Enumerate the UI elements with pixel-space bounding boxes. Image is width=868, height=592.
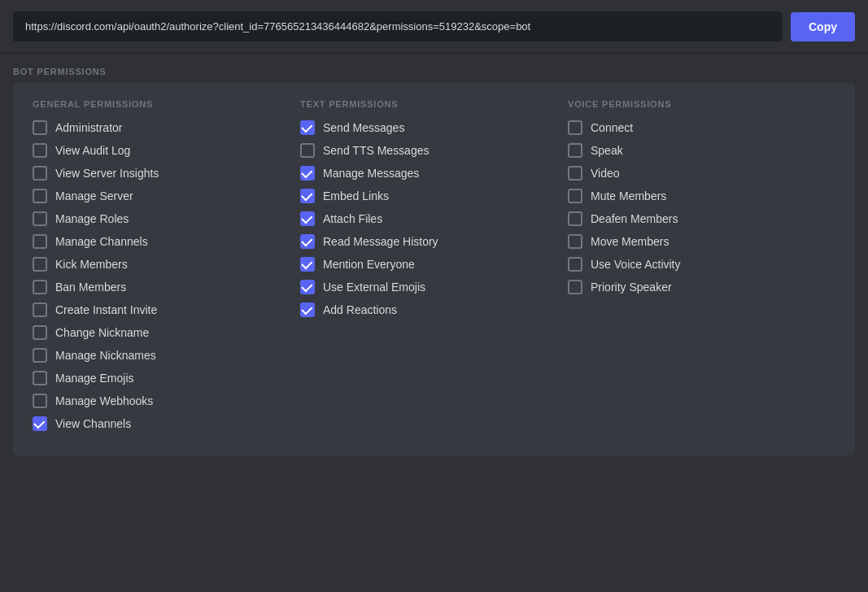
perm-item[interactable]: Manage Server (33, 189, 300, 203)
perm-item[interactable]: Change Nickname (33, 325, 300, 340)
perm-label: Manage Emojis (55, 372, 134, 385)
perm-item[interactable]: View Server Insights (33, 166, 300, 181)
perm-label: Use Voice Activity (591, 258, 681, 271)
copy-button[interactable]: Copy (791, 12, 855, 41)
perm-column-1: TEXT PERMISSIONSSend MessagesSend TTS Me… (300, 99, 568, 439)
perm-item[interactable]: Embed Links (300, 189, 568, 203)
perm-checkbox[interactable] (568, 234, 582, 249)
perm-checkbox[interactable] (33, 303, 47, 317)
perm-item[interactable]: Deafen Members (568, 211, 835, 226)
perm-label: Manage Channels (55, 235, 148, 248)
perm-checkbox[interactable] (568, 211, 582, 226)
perm-checkbox[interactable] (300, 120, 315, 135)
perm-item[interactable]: Use External Emojis (300, 280, 568, 294)
perm-item[interactable]: Manage Nicknames (33, 348, 300, 363)
perm-item[interactable]: Manage Webhooks (33, 394, 300, 408)
perm-label: Embed Links (323, 189, 389, 202)
oauth-url-field[interactable]: https://discord.com/api/oauth2/authorize… (13, 11, 783, 41)
perm-checkbox[interactable] (568, 166, 582, 181)
perm-item[interactable]: Send TTS Messages (300, 143, 568, 158)
perm-label: Manage Webhooks (55, 394, 153, 407)
perm-column-header-2: VOICE PERMISSIONS (568, 99, 835, 109)
perm-label: Mute Members (591, 189, 666, 202)
perm-item[interactable]: Administrator (33, 120, 300, 135)
perm-label: Attach Files (323, 212, 382, 225)
perm-checkbox[interactable] (33, 348, 47, 363)
perm-item[interactable]: Manage Messages (300, 166, 568, 181)
perm-item[interactable]: Send Messages (300, 120, 568, 135)
perm-checkbox[interactable] (33, 143, 47, 158)
perm-label: Manage Messages (323, 167, 419, 180)
perm-checkbox[interactable] (33, 234, 47, 249)
perm-label: Send TTS Messages (323, 144, 429, 157)
perm-item[interactable]: View Channels (33, 416, 300, 431)
bot-permissions-label: BOT PERMISSIONS (0, 54, 868, 83)
perm-label: Speak (591, 144, 623, 157)
perm-item[interactable]: Priority Speaker (568, 280, 835, 294)
perm-item[interactable]: Ban Members (33, 280, 300, 294)
permissions-grid: GENERAL PERMISSIONSAdministratorView Aud… (33, 99, 835, 439)
perm-item[interactable]: Kick Members (33, 257, 300, 272)
perm-checkbox[interactable] (568, 257, 582, 272)
perm-item[interactable]: Use Voice Activity (568, 257, 835, 272)
perm-label: Manage Server (55, 189, 133, 202)
perm-item[interactable]: Speak (568, 143, 835, 158)
perm-label: Connect (591, 121, 633, 134)
perm-checkbox[interactable] (300, 303, 315, 317)
perm-item[interactable]: Manage Channels (33, 234, 300, 249)
perm-column-2: VOICE PERMISSIONSConnectSpeakVideoMute M… (568, 99, 835, 439)
perm-item[interactable]: Manage Roles (33, 211, 300, 226)
perm-item[interactable]: Video (568, 166, 835, 181)
perm-label: Manage Roles (55, 212, 129, 225)
perm-label: Send Messages (323, 121, 404, 134)
perm-column-header-0: GENERAL PERMISSIONS (33, 99, 300, 109)
perm-label: Read Message History (323, 235, 438, 248)
perm-checkbox[interactable] (300, 166, 315, 181)
perm-label: Mention Everyone (323, 258, 415, 271)
perm-label: Add Reactions (323, 303, 397, 316)
perm-item[interactable]: Read Message History (300, 234, 568, 249)
perm-checkbox[interactable] (568, 280, 582, 294)
perm-checkbox[interactable] (33, 325, 47, 340)
perm-item[interactable]: Attach Files (300, 211, 568, 226)
perm-checkbox[interactable] (33, 189, 47, 203)
perm-item[interactable]: Connect (568, 120, 835, 135)
perm-checkbox[interactable] (568, 143, 582, 158)
perm-checkbox[interactable] (33, 211, 47, 226)
perm-checkbox[interactable] (33, 371, 47, 385)
perm-label: Video (591, 167, 620, 180)
perm-label: Change Nickname (55, 326, 149, 339)
perm-checkbox[interactable] (300, 189, 315, 203)
perm-label: Administrator (55, 121, 122, 134)
perm-checkbox[interactable] (300, 234, 315, 249)
perm-label: View Audit Log (55, 144, 130, 157)
perm-label: Create Instant Invite (55, 303, 157, 316)
perm-label: Ban Members (55, 281, 126, 294)
perm-checkbox[interactable] (568, 189, 582, 203)
perm-item[interactable]: Manage Emojis (33, 371, 300, 385)
perm-checkbox[interactable] (300, 257, 315, 272)
perm-label: View Server Insights (55, 167, 159, 180)
perm-item[interactable]: Move Members (568, 234, 835, 249)
perm-checkbox[interactable] (33, 416, 47, 431)
perm-checkbox[interactable] (33, 280, 47, 294)
perm-checkbox[interactable] (300, 280, 315, 294)
perm-checkbox[interactable] (300, 211, 315, 226)
perm-checkbox[interactable] (33, 166, 47, 181)
perm-item[interactable]: Mute Members (568, 189, 835, 203)
top-bar: https://discord.com/api/oauth2/authorize… (0, 0, 868, 54)
perm-column-0: GENERAL PERMISSIONSAdministratorView Aud… (33, 99, 300, 439)
perm-checkbox[interactable] (33, 394, 47, 408)
perm-column-header-1: TEXT PERMISSIONS (300, 99, 568, 109)
perm-item[interactable]: View Audit Log (33, 143, 300, 158)
perm-label: Move Members (591, 235, 669, 248)
perm-item[interactable]: Create Instant Invite (33, 303, 300, 317)
perm-label: Deafen Members (591, 212, 678, 225)
perm-checkbox[interactable] (33, 120, 47, 135)
perm-checkbox[interactable] (300, 143, 315, 158)
perm-item[interactable]: Add Reactions (300, 303, 568, 317)
perm-label: Kick Members (55, 258, 128, 271)
perm-checkbox[interactable] (33, 257, 47, 272)
perm-item[interactable]: Mention Everyone (300, 257, 568, 272)
perm-checkbox[interactable] (568, 120, 582, 135)
